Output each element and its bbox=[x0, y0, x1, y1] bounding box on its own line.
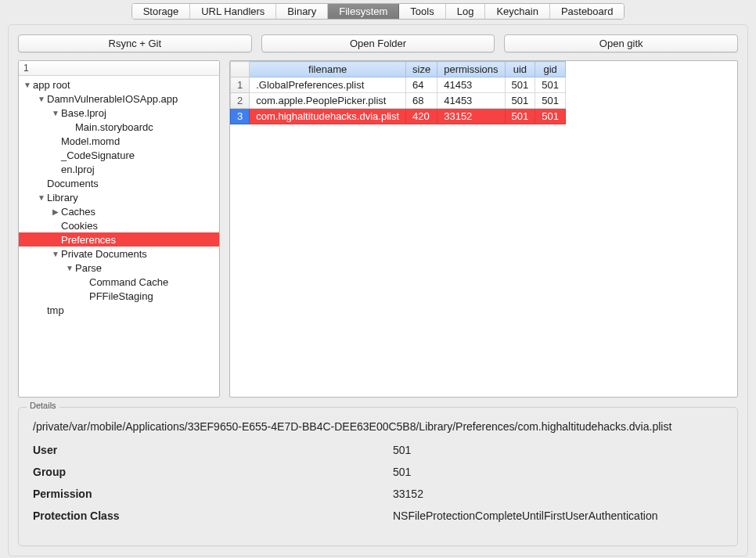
tree-item[interactable]: _CodeSignature bbox=[19, 148, 219, 162]
cell-permissions: 41453 bbox=[437, 93, 505, 109]
cell-uid: 501 bbox=[505, 109, 535, 124]
tree-body[interactable]: ▼app root▼DamnVulnerableIOSApp.app▼Base.… bbox=[19, 76, 219, 397]
tree-item[interactable]: ▼DamnVulnerableIOSApp.app bbox=[19, 92, 219, 106]
tab-url-handlers[interactable]: URL Handlers bbox=[190, 4, 276, 19]
rsync-git-button[interactable]: Rsync + Git bbox=[18, 34, 252, 52]
column-header-size[interactable]: size bbox=[406, 62, 437, 77]
tree-item-label: app root bbox=[33, 79, 70, 91]
details-row: Protection ClassNSFileProtectionComplete… bbox=[33, 509, 723, 522]
cell-gid: 501 bbox=[535, 109, 566, 124]
tree-item[interactable]: PFFileStaging bbox=[19, 289, 219, 303]
tree-item[interactable]: Cookies bbox=[19, 218, 219, 232]
middle-split: 1 ▼app root▼DamnVulnerableIOSApp.app▼Bas… bbox=[18, 60, 738, 398]
tree-item[interactable]: ▼Parse bbox=[19, 261, 219, 275]
tree-item[interactable]: ▼Base.lproj bbox=[19, 106, 219, 120]
tree-item-label: PFFileStaging bbox=[89, 290, 153, 302]
tree-item[interactable]: en.lproj bbox=[19, 162, 219, 176]
file-table: filenamesizepermissionsuidgid 1.GlobalPr… bbox=[230, 61, 566, 124]
tab-storage[interactable]: Storage bbox=[132, 4, 191, 19]
cell-size: 420 bbox=[406, 109, 437, 124]
tab-filesystem[interactable]: Filesystem bbox=[328, 4, 399, 19]
table-row[interactable]: 1.GlobalPreferences.plist6441453501501 bbox=[231, 77, 566, 93]
cell-size: 64 bbox=[406, 77, 437, 93]
tree-item-label: Private Documents bbox=[61, 248, 147, 260]
column-header-uid[interactable]: uid bbox=[505, 62, 535, 77]
open-folder-button[interactable]: Open Folder bbox=[261, 34, 495, 52]
cell-filename: com.highaltitudehacks.dvia.plist bbox=[250, 109, 406, 124]
details-key: Protection Class bbox=[33, 509, 393, 522]
chevron-right-icon[interactable]: ▶ bbox=[52, 207, 59, 216]
tree-item-label: Preferences bbox=[61, 234, 116, 246]
tree-item-label: Caches bbox=[61, 206, 95, 218]
table-row[interactable]: 3com.highaltitudehacks.dvia.plist4203315… bbox=[231, 109, 566, 124]
column-header-filename[interactable]: filename bbox=[250, 62, 406, 77]
tree-item[interactable]: Documents bbox=[19, 176, 219, 190]
tree-item-label: Main.storyboardc bbox=[75, 121, 153, 133]
cell-size: 68 bbox=[406, 93, 437, 109]
column-header-gid[interactable]: gid bbox=[535, 62, 566, 77]
tab-log[interactable]: Log bbox=[446, 4, 486, 19]
tab-tools[interactable]: Tools bbox=[399, 4, 445, 19]
main-well: Rsync + Git Open Folder Open gitk 1 ▼app… bbox=[8, 24, 748, 556]
tab-keychain[interactable]: Keychain bbox=[485, 4, 549, 19]
details-row: User501 bbox=[33, 444, 723, 456]
tree-item-label: Cookies bbox=[61, 220, 98, 232]
tree-item-label: Documents bbox=[47, 178, 99, 189]
tree-item[interactable]: ▶Caches bbox=[19, 204, 219, 218]
details-row: Group501 bbox=[33, 466, 723, 478]
tree-item[interactable]: Command Cache bbox=[19, 275, 219, 289]
tree-item[interactable]: Model.momd bbox=[19, 134, 219, 148]
details-value: NSFileProtectionCompleteUntilFirstUserAu… bbox=[393, 509, 723, 522]
file-table-scroll[interactable]: filenamesizepermissionsuidgid 1.GlobalPr… bbox=[230, 61, 737, 397]
tree-item-label: Model.momd bbox=[61, 135, 120, 147]
tree-item-label: Command Cache bbox=[89, 276, 168, 288]
chevron-down-icon[interactable]: ▼ bbox=[52, 250, 59, 258]
tree-item[interactable]: Main.storyboardc bbox=[19, 120, 219, 134]
details-value: 33152 bbox=[393, 488, 723, 500]
row-number: 2 bbox=[231, 93, 250, 109]
chevron-down-icon[interactable]: ▼ bbox=[66, 264, 74, 272]
tree-item-label: _CodeSignature bbox=[61, 149, 135, 161]
cell-permissions: 33152 bbox=[437, 109, 505, 124]
tree-panel: 1 ▼app root▼DamnVulnerableIOSApp.app▼Bas… bbox=[18, 60, 220, 398]
details-row: Permission33152 bbox=[33, 488, 723, 500]
cell-uid: 501 bbox=[505, 93, 535, 109]
cell-filename: com.apple.PeoplePicker.plist bbox=[250, 93, 406, 109]
tree-item-label: en.lproj bbox=[61, 164, 95, 175]
tree-item[interactable]: tmp bbox=[19, 303, 219, 317]
column-header-permissions[interactable]: permissions bbox=[437, 62, 505, 77]
rownum-header bbox=[231, 62, 250, 77]
details-value: 501 bbox=[393, 444, 723, 456]
details-value: 501 bbox=[393, 466, 723, 478]
tree-item-label: Parse bbox=[75, 262, 102, 274]
row-number: 1 bbox=[231, 77, 250, 93]
row-number: 3 bbox=[231, 109, 250, 124]
tab-binary[interactable]: Binary bbox=[276, 4, 328, 19]
toolbar: Rsync + Git Open Folder Open gitk bbox=[18, 34, 738, 52]
details-key: Group bbox=[33, 466, 393, 478]
cell-permissions: 41453 bbox=[437, 77, 505, 93]
tabbar: StorageURL HandlersBinaryFilesystemTools… bbox=[0, 0, 756, 20]
chevron-down-icon[interactable]: ▼ bbox=[38, 95, 45, 103]
chevron-down-icon[interactable]: ▼ bbox=[23, 81, 31, 89]
cell-gid: 501 bbox=[535, 93, 566, 109]
tree-item[interactable]: Preferences bbox=[19, 232, 219, 247]
details-key: Permission bbox=[33, 488, 393, 500]
tree-item-label: DamnVulnerableIOSApp.app bbox=[47, 93, 178, 105]
chevron-down-icon[interactable]: ▼ bbox=[38, 193, 45, 202]
details-groupbox: Details /private/var/mobile/Applications… bbox=[18, 407, 738, 546]
cell-filename: .GlobalPreferences.plist bbox=[250, 77, 406, 93]
file-table-panel: filenamesizepermissionsuidgid 1.GlobalPr… bbox=[229, 60, 738, 398]
details-title: Details bbox=[27, 401, 59, 410]
tree-item[interactable]: ▼app root bbox=[19, 77, 219, 92]
tree-header: 1 bbox=[19, 61, 219, 76]
tree-item-label: Library bbox=[47, 192, 78, 203]
cell-uid: 501 bbox=[505, 77, 535, 93]
open-gitk-button[interactable]: Open gitk bbox=[504, 34, 738, 52]
tree-item[interactable]: ▼Library bbox=[19, 190, 219, 204]
cell-gid: 501 bbox=[535, 77, 566, 93]
table-row[interactable]: 2com.apple.PeoplePicker.plist68414535015… bbox=[231, 93, 566, 109]
tree-item[interactable]: ▼Private Documents bbox=[19, 247, 219, 261]
tab-pasteboard[interactable]: Pasteboard bbox=[550, 4, 625, 19]
chevron-down-icon[interactable]: ▼ bbox=[52, 109, 59, 117]
